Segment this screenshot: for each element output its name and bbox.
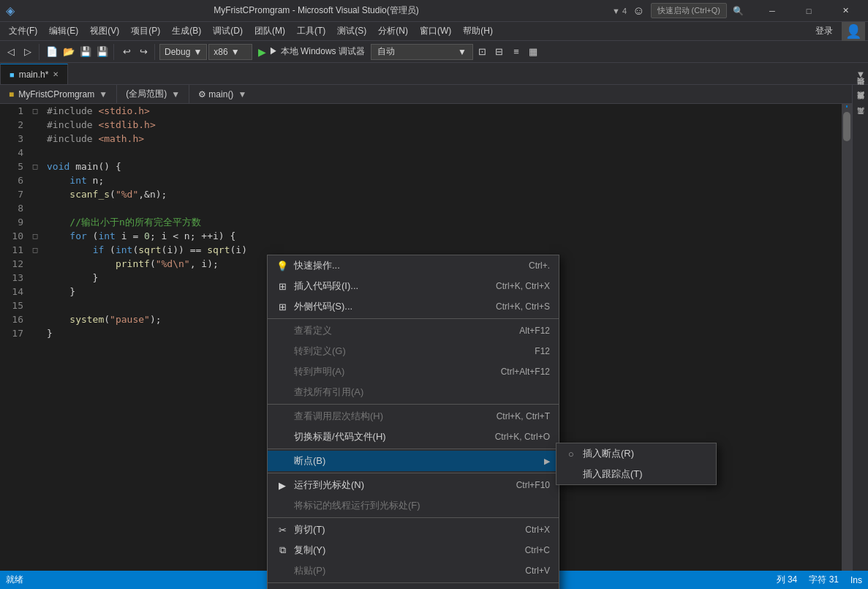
breakpoint-submenu: ○ 插入断点(R) 插入跟踪点(T) bbox=[556, 443, 717, 485]
code-line: #include <math.h> bbox=[47, 132, 836, 146]
sidebar-tab-errors[interactable]: 错误列表 bbox=[853, 85, 868, 97]
toolbar-undo-btn[interactable]: ↩ bbox=[118, 44, 135, 60]
fold-btn-5[interactable]: □ bbox=[29, 160, 41, 173]
ctx-sep3 bbox=[268, 449, 559, 449]
ctx-breakpoint-label: 断点(B) bbox=[294, 454, 503, 468]
chevron-down-icon: ▼ bbox=[193, 47, 202, 57]
ctx-goto-declaration-shortcut: Ctrl+Alt+F12 bbox=[501, 367, 550, 377]
status-text: 就绪 bbox=[6, 574, 23, 586]
ctx-toggle-header[interactable]: 切换标题/代码文件(H) Ctrl+K, Ctrl+O bbox=[268, 427, 559, 447]
right-sidebar: 错误列表 解决方案资源 工具箱 bbox=[852, 85, 868, 571]
tab-close-btn[interactable]: ✕ bbox=[53, 70, 59, 78]
ctx-cut[interactable]: ✂ 剪切(T) Ctrl+X bbox=[268, 519, 559, 540]
menu-window[interactable]: 窗口(W) bbox=[414, 23, 457, 40]
smiley-icon: ☺ bbox=[633, 4, 644, 18]
ctx-insert-snippet[interactable]: ⊞ 插入代码段(I)... Ctrl+K, Ctrl+X bbox=[268, 276, 559, 296]
toolbar-back-btn[interactable]: ◁ bbox=[3, 44, 19, 60]
quick-launch[interactable]: 快速启动 (Ctrl+Q) bbox=[651, 3, 727, 18]
play-icon: ▶ bbox=[258, 46, 266, 58]
menu-view[interactable]: 视图(V) bbox=[84, 23, 125, 40]
toolbar-open-btn[interactable]: 📂 bbox=[61, 44, 77, 60]
fold-btn-1[interactable]: □ bbox=[29, 104, 41, 118]
ctx-breakpoint[interactable]: 断点(B) ▶ bbox=[268, 451, 559, 471]
ctx-quick-action[interactable]: 💡 快速操作... Ctrl+. bbox=[268, 255, 559, 276]
debug-mode-dropdown[interactable]: Debug ▼ bbox=[159, 44, 207, 60]
menu-file[interactable]: 文件(F) bbox=[3, 23, 43, 40]
close-button[interactable]: ✕ bbox=[829, 0, 862, 22]
window-controls: ─ □ ✕ bbox=[755, 0, 862, 22]
menu-edit[interactable]: 编辑(E) bbox=[43, 23, 84, 40]
toolbar-extra-btn2[interactable]: ⊟ bbox=[491, 44, 507, 60]
login-button[interactable]: 登录 bbox=[807, 23, 842, 40]
menu-project[interactable]: 项目(P) bbox=[125, 23, 166, 40]
breadcrumb-project[interactable]: ■ MyFristCPromgram ▼ bbox=[0, 85, 117, 103]
menu-build[interactable]: 生成(B) bbox=[166, 23, 207, 40]
platform-dropdown[interactable]: x86 ▼ bbox=[208, 44, 252, 60]
submenu-arrow-icon: ▶ bbox=[544, 457, 550, 466]
maximize-button[interactable]: □ bbox=[792, 0, 826, 22]
toolbar-save-btn[interactable]: 💾 bbox=[78, 44, 94, 60]
ctx-copy[interactable]: ⧉ 复制(Y) Ctrl+C bbox=[268, 540, 559, 560]
menu-debug[interactable]: 调试(D) bbox=[207, 23, 249, 40]
tab-main-h[interactable]: ■ main.h* ✕ bbox=[0, 64, 68, 84]
menu-test[interactable]: 测试(S) bbox=[331, 23, 372, 40]
toolbar-new-btn[interactable]: 📄 bbox=[44, 44, 60, 60]
toolbar-saveall-btn[interactable]: 💾 bbox=[94, 44, 110, 60]
code-line: scanf_s("%d",&n); bbox=[47, 187, 836, 201]
ctx-insert-tracepoint[interactable]: 插入跟踪点(T) bbox=[556, 464, 716, 484]
ctx-toggle-header-label: 切换标题/代码文件(H) bbox=[294, 430, 460, 443]
menu-team[interactable]: 团队(M) bbox=[249, 23, 291, 40]
ctx-insert-tracepoint-label: 插入跟踪点(T) bbox=[583, 468, 707, 481]
toolbar-redo-btn[interactable]: ↪ bbox=[135, 44, 151, 60]
toolbar-extra-btn3[interactable]: ≡ bbox=[508, 44, 524, 60]
menu-analyze[interactable]: 分析(N) bbox=[372, 23, 414, 40]
ctx-goto-declaration: 转到声明(A) Ctrl+Alt+F12 bbox=[268, 361, 559, 382]
chevron-down-icon: ▼ bbox=[458, 47, 467, 57]
run-button[interactable]: ▶ ▶ 本地 Windows 调试器 bbox=[254, 44, 369, 59]
minimize-button[interactable]: ─ bbox=[755, 0, 789, 22]
fold-btn-10[interactable]: □ bbox=[29, 229, 41, 243]
surround-icon: ⊞ bbox=[276, 301, 288, 312]
tab-icon: ■ bbox=[10, 70, 15, 79]
editor-scrollbar[interactable] bbox=[842, 104, 852, 571]
menu-tools[interactable]: 工具(T) bbox=[291, 23, 331, 40]
ctx-sep6 bbox=[268, 582, 559, 583]
ctx-surround[interactable]: ⊞ 外侧代码(S)... Ctrl+K, Ctrl+S bbox=[268, 296, 559, 317]
toolbar: ◁ ▷ 📄 📂 💾 💾 ↩ ↪ Debug ▼ x86 ▼ ▶ ▶ 本地 Win… bbox=[0, 41, 868, 63]
toolbar-fwd-btn[interactable]: ▷ bbox=[20, 44, 36, 60]
tab-dropdown-btn[interactable]: ▼ bbox=[853, 64, 868, 84]
ctx-run-to-cursor-shortcut: Ctrl+F10 bbox=[516, 480, 550, 490]
user-avatar[interactable]: 👤 bbox=[842, 22, 865, 41]
ctx-find-all-refs: 查找所有引用(A) bbox=[268, 382, 559, 402]
ctx-run-to-cursor[interactable]: ▶ 运行到光标处(N) Ctrl+F10 bbox=[268, 475, 559, 495]
chevron-right-icon: ▼ bbox=[99, 89, 107, 100]
chevron-right-icon2: ▼ bbox=[171, 89, 180, 100]
toolbar-extra-btn4[interactable]: ▦ bbox=[525, 44, 541, 60]
ctx-toggle-header-shortcut: Ctrl+K, Ctrl+O bbox=[495, 432, 550, 442]
ctx-insert-breakpoint[interactable]: ○ 插入断点(R) bbox=[556, 443, 716, 464]
toolbar-extra-btn1[interactable]: ⊡ bbox=[475, 44, 491, 60]
search-icon[interactable]: 🔍 bbox=[733, 6, 744, 16]
ctx-view-definition-label: 查看定义 bbox=[294, 324, 484, 337]
signal-icon: ▼ 4 bbox=[612, 7, 627, 15]
sidebar-tab-solution[interactable]: 解决方案资源 bbox=[853, 100, 868, 111]
code-line: //输出小于n的所有完全平方数 bbox=[47, 215, 836, 229]
ctx-sep5 bbox=[268, 517, 559, 518]
ctx-paste: 粘贴(P) Ctrl+V bbox=[268, 560, 559, 581]
scroll-thumb[interactable] bbox=[843, 112, 850, 141]
code-line: for (int i = 0; i < n; ++i) { bbox=[47, 229, 836, 243]
sidebar-tab-toolbox[interactable]: 工具箱 bbox=[853, 114, 868, 126]
fold-btn-11[interactable]: □ bbox=[29, 243, 41, 257]
ctx-find-all-refs-label: 查找所有引用(A) bbox=[294, 386, 515, 399]
copy-icon: ⧉ bbox=[276, 544, 288, 556]
breadcrumb-function[interactable]: ⚙ main() ▼ bbox=[189, 85, 255, 103]
ctx-view-definition-shortcut: Alt+F12 bbox=[519, 326, 550, 336]
config-dropdown[interactable]: 自动 ▼ bbox=[371, 44, 473, 60]
menu-help[interactable]: 帮助(H) bbox=[457, 23, 499, 40]
ctx-outline[interactable]: 大纲显示(I) ▶ bbox=[268, 585, 559, 589]
breadcrumb-scope[interactable]: (全局范围) ▼ bbox=[117, 85, 189, 103]
ctx-goto-definition: 转到定义(G) F12 bbox=[268, 341, 559, 361]
ctx-quick-action-label: 快速操作... bbox=[294, 259, 494, 272]
ctx-insert-breakpoint-label: 插入断点(R) bbox=[583, 447, 707, 460]
code-line bbox=[47, 146, 836, 160]
